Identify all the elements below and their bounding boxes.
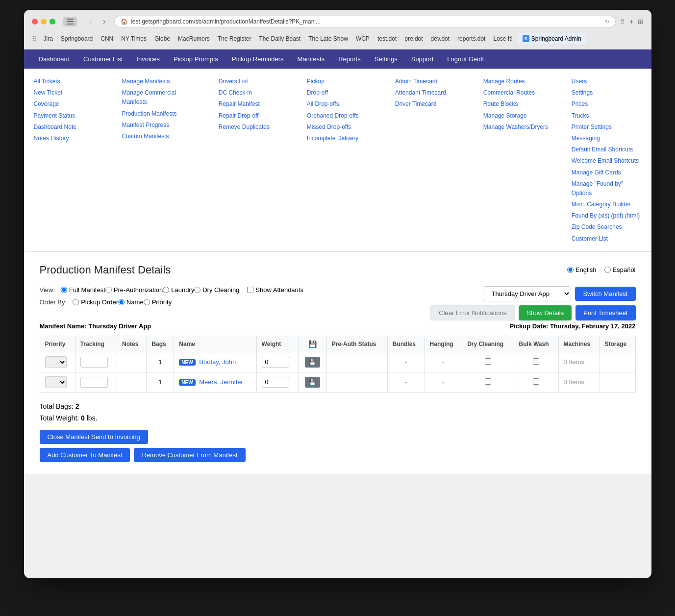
nav-dashboard[interactable]: Dashboard — [32, 49, 77, 69]
nav-pickup-prompts[interactable]: Pickup Prompts — [167, 49, 225, 69]
menu-manage-commercial-manifests[interactable]: Manage Commercial Manifests — [122, 88, 199, 107]
order-pickup[interactable]: Pickup Order — [73, 298, 118, 306]
order-name-radio[interactable] — [118, 299, 125, 305]
add-customer-button[interactable]: Add Customer To Manifest — [40, 448, 130, 462]
show-attendants-option[interactable]: Show Attendants — [247, 286, 303, 294]
close-manifest-button[interactable]: Close Manifest Send to Invoicing — [40, 430, 148, 444]
nav-settings[interactable]: Settings — [368, 49, 404, 69]
bookmark-springboard[interactable]: Springboard — [58, 34, 96, 43]
menu-missed-dropoffs[interactable]: Missed Drop-offs — [307, 123, 375, 132]
menu-welcome-email-shortcuts[interactable]: Welcome Email Shortcuts — [572, 156, 642, 166]
menu-trucks[interactable]: Trucks — [572, 111, 642, 121]
menu-dc-checkin[interactable]: DC Check-in — [219, 88, 287, 98]
add-tab-icon[interactable]: + — [629, 18, 633, 25]
menu-manage-manifests[interactable]: Manage Manifests — [122, 77, 199, 86]
menu-zip-code-searches[interactable]: Zip Code Searches — [572, 222, 642, 232]
show-attendants-checkbox[interactable] — [247, 287, 253, 293]
bookmark-testdot[interactable]: test.dot — [375, 34, 400, 43]
close-button[interactable] — [32, 19, 38, 25]
menu-found-by-exports[interactable]: Found By (xls) (pdf) (html) — [572, 211, 642, 221]
menu-route-blocks[interactable]: Route Blocks — [483, 99, 552, 109]
menu-production-manifests[interactable]: Production Manifests — [122, 109, 199, 119]
bookmark-dailybeast[interactable]: The Daily Beast — [256, 34, 303, 43]
row1-dry-cleaning-checkbox[interactable] — [485, 358, 491, 365]
menu-settings[interactable]: Settings — [572, 88, 642, 98]
menu-admin-timecard[interactable]: Admin Timecard — [395, 77, 464, 86]
view-full-manifest-radio[interactable] — [61, 287, 67, 293]
menu-manage-storage[interactable]: Manage Storage — [483, 111, 552, 121]
row2-weight-input[interactable] — [262, 377, 289, 388]
view-dry-cleaning-radio[interactable] — [194, 287, 200, 293]
row2-priority-select[interactable] — [45, 376, 67, 388]
row1-save-button[interactable]: 💾 — [305, 357, 320, 368]
view-laundry[interactable]: Laundry — [163, 286, 194, 294]
bookmark-reportsdot[interactable]: reports.dot — [454, 34, 488, 43]
menu-remove-duplicates[interactable]: Remove Duplicates — [219, 123, 287, 132]
apps-icon[interactable]: ⠿ — [32, 35, 37, 43]
clear-errors-button[interactable]: Clear Error Notifications — [430, 305, 515, 320]
menu-repair-manifest[interactable]: Repair Manifest — [219, 99, 287, 109]
menu-notes-history[interactable]: Notes History — [34, 134, 102, 143]
row2-dry-cleaning-checkbox[interactable] — [485, 378, 491, 385]
lang-espanol-option[interactable]: Español — [604, 266, 636, 273]
lang-espanol-radio[interactable] — [604, 267, 611, 273]
row2-bulk-wash-checkbox[interactable] — [533, 378, 539, 385]
nav-support[interactable]: Support — [404, 49, 441, 69]
menu-repair-dropoff[interactable]: Repair Drop-off — [219, 111, 287, 121]
bookmark-wcp[interactable]: WCP — [353, 34, 373, 43]
view-full-manifest[interactable]: Full Manifest — [61, 286, 105, 294]
menu-users[interactable]: Users — [572, 77, 642, 86]
back-button[interactable]: ‹ — [85, 16, 97, 27]
menu-messaging[interactable]: Messaging — [572, 134, 642, 143]
bookmark-macrumors[interactable]: MacRumors — [175, 34, 213, 43]
bookmark-cnn[interactable]: CNN — [98, 34, 116, 43]
row2-save-button[interactable]: 💾 — [305, 377, 320, 388]
menu-custom-manifests[interactable]: Custom Manifests — [122, 132, 199, 141]
row2-customer-link[interactable]: Meers, Jennifer — [199, 378, 243, 386]
menu-pickup[interactable]: Pickup — [307, 77, 375, 86]
bookmark-predot[interactable]: pre.dot — [401, 34, 425, 43]
extensions-icon[interactable]: ⊞ — [638, 18, 644, 25]
menu-dashboard-note[interactable]: Dashboard Note — [34, 123, 102, 132]
menu-driver-timecard[interactable]: Driver Timecard — [395, 99, 464, 109]
menu-manage-routes[interactable]: Manage Routes — [483, 77, 552, 86]
menu-attendant-timecard[interactable]: Attendant Timecard — [395, 88, 464, 98]
forward-button[interactable]: › — [99, 16, 110, 27]
menu-incomplete-delivery[interactable]: Incomplete Delivery — [307, 134, 375, 143]
nav-logout[interactable]: Logout Geoff — [440, 49, 491, 69]
url-bar[interactable]: 🏠 test.getspringboard.com/sb/admin/produ… — [114, 16, 616, 27]
bookmark-loseit[interactable]: Lose It! — [490, 34, 515, 43]
row1-tracking-input[interactable] — [80, 357, 108, 368]
menu-orphaned-dropoffs[interactable]: Orphaned Drop-offs — [307, 111, 375, 121]
bookmark-globe[interactable]: Globe — [151, 34, 173, 43]
row1-priority-select[interactable] — [45, 356, 67, 368]
menu-new-ticket[interactable]: New Ticket — [34, 88, 102, 98]
order-name[interactable]: Name — [118, 298, 144, 306]
menu-all-tickets[interactable]: All Tickets — [34, 77, 102, 86]
minimize-button[interactable] — [41, 19, 47, 25]
share-icon[interactable]: ⇧ — [620, 18, 625, 25]
switch-manifest-button[interactable]: Switch Manifest — [575, 287, 635, 301]
show-details-button[interactable]: Show Details — [519, 305, 572, 320]
menu-commercial-routes[interactable]: Commercial Routes — [483, 88, 552, 98]
bookmark-register[interactable]: The Register — [215, 34, 254, 43]
maximize-button[interactable] — [50, 19, 55, 25]
menu-prices[interactable]: Prices — [572, 99, 642, 109]
menu-misc-category-builder[interactable]: Misc. Category Builder — [572, 200, 642, 209]
menu-manage-found-by[interactable]: Manage "Found by" Options — [572, 179, 642, 198]
row1-customer-link[interactable]: Bootay, John — [199, 358, 236, 366]
menu-all-dropoffs[interactable]: All Drop-offs — [307, 99, 375, 109]
springboard-admin-tab[interactable]: S Springboard Admin — [518, 33, 586, 44]
menu-dropoff[interactable]: Drop-off — [307, 88, 375, 98]
order-pickup-radio[interactable] — [73, 299, 79, 305]
remove-customer-button[interactable]: Remove Customer From Manifest — [134, 448, 245, 462]
bookmark-lateshow[interactable]: The Late Show — [305, 34, 351, 43]
order-priority-radio[interactable] — [144, 299, 150, 305]
menu-payment-status[interactable]: Payment Status — [34, 111, 102, 121]
menu-coverage[interactable]: Coverage — [34, 99, 102, 109]
bookmark-devdot[interactable]: dev.dot — [428, 34, 452, 43]
print-timesheet-button[interactable]: Print Timesheet — [575, 305, 635, 320]
menu-manage-washers[interactable]: Manage Washers/Dryers — [483, 123, 552, 132]
menu-drivers-list[interactable]: Drivers List — [219, 77, 287, 86]
bookmark-jira[interactable]: Jira — [41, 34, 56, 43]
